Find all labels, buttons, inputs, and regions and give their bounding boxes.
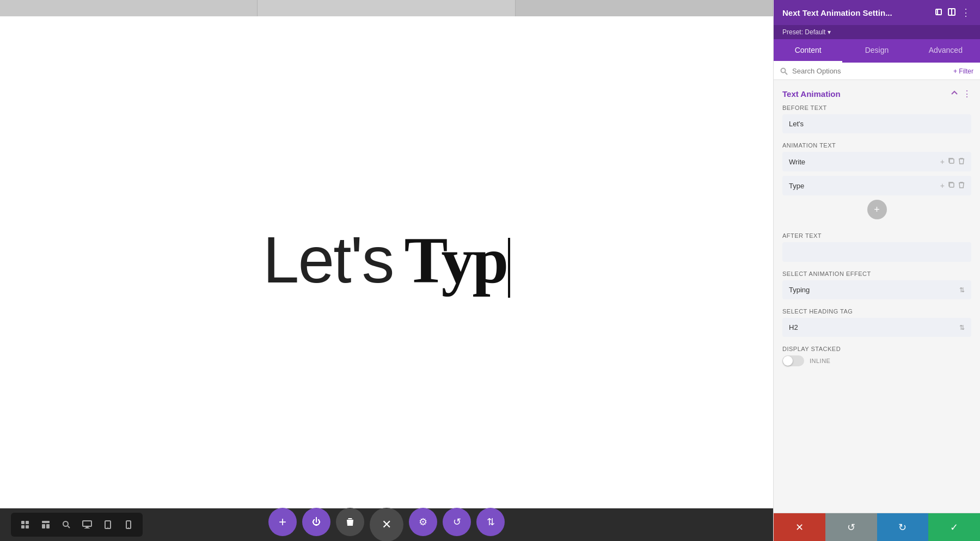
svg-rect-6 — [46, 524, 50, 528]
cancel-button[interactable]: ✕ — [774, 513, 825, 541]
close-button[interactable]: ✕ — [370, 508, 403, 541]
tab-content[interactable]: Content — [774, 39, 842, 63]
strip-segment-1 — [0, 0, 258, 16]
delete-item-icon[interactable] — [958, 157, 965, 166]
canvas-area: Let's Typ — [0, 0, 773, 541]
animation-text-write-icons: + — [940, 157, 965, 166]
animation-text-type-icons: + — [940, 181, 965, 190]
display-stacked-label: Display Stacked — [782, 346, 971, 352]
animation-effect-label: Select Animation Effect — [782, 270, 971, 277]
search-bar: + Filter — [774, 63, 980, 80]
svg-point-13 — [107, 527, 108, 528]
heading-tag-select[interactable]: H1 H2 H3 H4 H5 H6 — [782, 318, 971, 337]
filter-button[interactable]: + Filter — [953, 67, 973, 75]
add-animation-text-button[interactable]: + — [867, 200, 887, 219]
animation-text-field: Animation Text Write + — [774, 142, 980, 232]
svg-rect-10 — [85, 527, 89, 528]
add-type-item-icon[interactable]: + — [940, 181, 945, 190]
grid-icon[interactable] — [16, 516, 34, 533]
canvas-content: Let's Typ — [0, 16, 773, 508]
svg-point-15 — [128, 527, 129, 528]
svg-rect-0 — [21, 521, 24, 524]
after-text-label: After Text — [782, 232, 971, 239]
canvas-text-before: Let's — [263, 227, 394, 292]
chevron-up-icon[interactable] — [951, 89, 958, 99]
heading-tag-field: Select Heading Tag H1 H2 H3 H4 H5 H6 — [774, 308, 980, 346]
more-icon[interactable]: ⋮ — [961, 7, 971, 19]
strip-segment-2 — [258, 0, 515, 16]
canvas-text-animated: Typ — [404, 228, 510, 297]
svg-line-23 — [785, 72, 787, 75]
mobile-icon[interactable] — [120, 516, 137, 533]
animation-text-type-value: Type — [789, 182, 940, 190]
toggle-inline-label: INLINE — [810, 358, 830, 364]
svg-rect-5 — [42, 524, 45, 528]
svg-point-22 — [781, 68, 786, 72]
toggle-knob — [783, 356, 793, 366]
panel-header-icons: ⋮ — [935, 7, 971, 19]
section-header: Text Animation ⋮ — [774, 80, 980, 104]
right-panel: Next Text Animation Settin... ⋮ — [773, 0, 980, 541]
typing-demo: Let's Typ — [263, 227, 511, 297]
svg-rect-17 — [351, 521, 352, 525]
svg-rect-4 — [42, 521, 50, 523]
expand-icon[interactable] — [935, 8, 942, 17]
columns-icon[interactable] — [948, 8, 955, 17]
strip-segment-3 — [516, 0, 773, 16]
svg-point-7 — [63, 521, 68, 526]
svg-rect-2 — [21, 525, 24, 528]
svg-rect-1 — [26, 521, 29, 524]
tab-design[interactable]: Design — [842, 39, 911, 63]
panel-tabs: Content Design Advanced — [774, 39, 980, 63]
svg-line-8 — [68, 526, 70, 528]
display-stacked-toggle[interactable] — [782, 355, 804, 366]
svg-rect-25 — [950, 183, 954, 187]
tablet-icon[interactable] — [99, 516, 117, 533]
delete-type-item-icon[interactable] — [958, 181, 965, 190]
animation-effect-select[interactable]: Typing Fade Slide Bounce — [782, 280, 971, 299]
animation-text-item-type: Type + — [782, 176, 971, 195]
svg-rect-11 — [84, 528, 90, 528]
svg-rect-3 — [26, 525, 29, 528]
section-actions: ⋮ — [951, 89, 971, 99]
display-stacked-field: Display Stacked INLINE — [774, 346, 980, 375]
settings-button[interactable]: ⚙ — [409, 508, 437, 536]
svg-rect-16 — [349, 521, 350, 525]
bottom-left-tools — [11, 513, 143, 537]
panel-preset-subtitle[interactable]: Preset: Default ▾ — [774, 25, 980, 39]
history-button[interactable]: ↺ — [443, 508, 471, 536]
animation-effect-field: Select Animation Effect Typing Fade Slid… — [774, 270, 980, 308]
search-icon[interactable] — [58, 516, 75, 533]
main-layout: Let's Typ — [0, 0, 980, 541]
undo-button[interactable]: ↺ — [825, 513, 877, 541]
section-more-icon[interactable]: ⋮ — [963, 89, 971, 99]
layout-icon[interactable] — [37, 516, 54, 533]
panel-actions: ✕ ↺ ↻ ✓ — [774, 513, 980, 541]
before-text-field: Before Text — [774, 104, 980, 142]
delete-button[interactable] — [336, 508, 364, 536]
section-title: Text Animation — [782, 89, 841, 99]
svg-rect-9 — [83, 521, 91, 526]
redo-button[interactable]: ↻ — [877, 513, 929, 541]
save-button[interactable]: ✓ — [928, 513, 980, 541]
after-text-input[interactable] — [782, 242, 971, 262]
tab-advanced[interactable]: Advanced — [911, 39, 980, 63]
svg-rect-18 — [936, 9, 941, 15]
animation-text-item-write: Write + — [782, 152, 971, 171]
search-input[interactable] — [792, 67, 949, 75]
desktop-icon[interactable] — [78, 516, 96, 533]
panel-header: Next Text Animation Settin... ⋮ — [774, 0, 980, 25]
add-item-icon[interactable]: + — [940, 157, 945, 166]
power-button[interactable]: ⏻ — [302, 508, 330, 536]
reorder-button[interactable]: ⇅ — [476, 508, 505, 536]
add-button[interactable]: + — [268, 508, 297, 536]
before-text-input[interactable] — [782, 114, 971, 133]
panel-title: Next Text Animation Settin... — [782, 8, 935, 17]
canvas-top-strip — [0, 0, 773, 16]
duplicate-item-icon[interactable] — [948, 157, 955, 166]
before-text-label: Before Text — [782, 104, 971, 111]
animation-text-label: Animation Text — [782, 142, 971, 149]
duplicate-type-item-icon[interactable] — [948, 181, 955, 190]
after-text-field: After Text — [774, 232, 980, 270]
panel-body: Text Animation ⋮ Before Text Animation T — [774, 80, 980, 513]
